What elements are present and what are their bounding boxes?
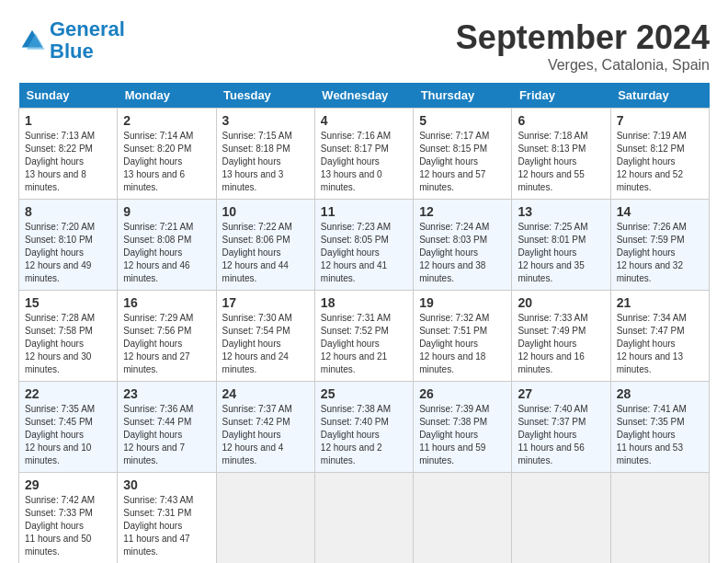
sunset-label: Sunset: 7:33 PM bbox=[25, 508, 93, 518]
sunrise-label: Sunrise: 7:38 AM bbox=[321, 404, 391, 414]
daylight-value: 12 hours and 44 minutes. bbox=[222, 260, 289, 283]
day-number: 4 bbox=[321, 113, 407, 128]
daylight-label: Daylight hours bbox=[25, 247, 84, 258]
calendar-cell: 23 Sunrise: 7:36 AM Sunset: 7:44 PM Dayl… bbox=[118, 382, 216, 473]
sunset-label: Sunset: 8:13 PM bbox=[518, 144, 586, 154]
sunrise-label: Sunrise: 7:21 AM bbox=[123, 222, 193, 232]
logo-icon bbox=[18, 27, 46, 54]
calendar-cell: 12 Sunrise: 7:24 AM Sunset: 8:03 PM Dayl… bbox=[414, 200, 512, 291]
daylight-label: Daylight hours bbox=[518, 247, 576, 258]
calendar-cell: 6 Sunrise: 7:18 AM Sunset: 8:13 PM Dayli… bbox=[512, 109, 610, 200]
day-info: Sunrise: 7:18 AM Sunset: 8:13 PM Dayligh… bbox=[518, 130, 604, 194]
day-info: Sunrise: 7:43 AM Sunset: 7:31 PM Dayligh… bbox=[123, 494, 210, 558]
calendar-cell bbox=[610, 473, 709, 564]
calendar-cell: 13 Sunrise: 7:25 AM Sunset: 8:01 PM Dayl… bbox=[512, 200, 610, 291]
sunset-label: Sunset: 7:59 PM bbox=[617, 235, 685, 245]
calendar-cell: 10 Sunrise: 7:22 AM Sunset: 8:06 PM Dayl… bbox=[216, 200, 314, 291]
day-info: Sunrise: 7:24 AM Sunset: 8:03 PM Dayligh… bbox=[419, 221, 506, 285]
calendar-cell: 25 Sunrise: 7:38 AM Sunset: 7:40 PM Dayl… bbox=[314, 382, 413, 473]
sunrise-label: Sunrise: 7:36 AM bbox=[123, 404, 193, 414]
day-number: 9 bbox=[123, 204, 210, 219]
daylight-label: Daylight hours bbox=[123, 430, 182, 440]
day-number: 24 bbox=[222, 386, 309, 401]
day-number: 30 bbox=[123, 477, 210, 492]
daylight-value: 12 hours and 49 minutes. bbox=[25, 260, 91, 283]
day-number: 16 bbox=[123, 295, 210, 310]
daylight-value: 12 hours and 24 minutes. bbox=[222, 351, 289, 374]
daylight-value: 12 hours and 7 minutes. bbox=[123, 442, 185, 465]
sunset-label: Sunset: 8:08 PM bbox=[123, 235, 191, 245]
calendar-cell: 2 Sunrise: 7:14 AM Sunset: 8:20 PM Dayli… bbox=[118, 109, 216, 200]
day-info: Sunrise: 7:30 AM Sunset: 7:54 PM Dayligh… bbox=[222, 312, 309, 376]
month-title: September 2024 bbox=[456, 18, 710, 57]
sunrise-label: Sunrise: 7:43 AM bbox=[123, 495, 193, 505]
day-number: 26 bbox=[419, 386, 506, 401]
sunset-label: Sunset: 8:22 PM bbox=[25, 144, 93, 154]
sunrise-label: Sunrise: 7:14 AM bbox=[123, 131, 193, 141]
day-info: Sunrise: 7:15 AM Sunset: 8:18 PM Dayligh… bbox=[222, 130, 309, 194]
calendar-cell: 21 Sunrise: 7:34 AM Sunset: 7:47 PM Dayl… bbox=[610, 291, 709, 382]
daylight-value: 12 hours and 46 minutes. bbox=[123, 260, 189, 283]
calendar-cell: 19 Sunrise: 7:32 AM Sunset: 7:51 PM Dayl… bbox=[414, 291, 512, 382]
sunrise-label: Sunrise: 7:32 AM bbox=[419, 313, 489, 323]
sunrise-label: Sunrise: 7:26 AM bbox=[617, 222, 687, 232]
sunset-label: Sunset: 7:44 PM bbox=[123, 417, 191, 427]
daylight-label: Daylight hours bbox=[222, 156, 281, 167]
sunset-label: Sunset: 8:05 PM bbox=[321, 235, 389, 245]
header-tuesday: Tuesday bbox=[216, 83, 314, 109]
day-info: Sunrise: 7:39 AM Sunset: 7:38 PM Dayligh… bbox=[419, 403, 506, 467]
daylight-label: Daylight hours bbox=[321, 247, 380, 258]
sunrise-label: Sunrise: 7:23 AM bbox=[321, 222, 391, 232]
sunset-label: Sunset: 8:18 PM bbox=[222, 144, 290, 154]
header-friday: Friday bbox=[512, 83, 610, 109]
calendar-cell bbox=[414, 473, 512, 564]
daylight-label: Daylight hours bbox=[25, 430, 84, 440]
calendar-header-row: SundayMondayTuesdayWednesdayThursdayFrid… bbox=[19, 83, 710, 109]
sunrise-label: Sunrise: 7:34 AM bbox=[617, 313, 687, 323]
sunset-label: Sunset: 7:40 PM bbox=[321, 417, 389, 427]
daylight-label: Daylight hours bbox=[419, 156, 478, 167]
day-number: 3 bbox=[222, 113, 309, 128]
day-info: Sunrise: 7:21 AM Sunset: 8:08 PM Dayligh… bbox=[123, 221, 210, 285]
day-info: Sunrise: 7:38 AM Sunset: 7:40 PM Dayligh… bbox=[321, 403, 407, 467]
header-monday: Monday bbox=[118, 83, 216, 109]
day-number: 5 bbox=[419, 113, 506, 128]
daylight-value: 11 hours and 56 minutes. bbox=[518, 442, 584, 465]
calendar-cell: 30 Sunrise: 7:43 AM Sunset: 7:31 PM Dayl… bbox=[118, 473, 216, 564]
logo-text: General Blue bbox=[50, 18, 125, 63]
day-info: Sunrise: 7:23 AM Sunset: 8:05 PM Dayligh… bbox=[321, 221, 407, 285]
daylight-value: 12 hours and 4 minutes. bbox=[222, 442, 284, 465]
day-info: Sunrise: 7:19 AM Sunset: 8:12 PM Dayligh… bbox=[617, 130, 703, 194]
daylight-label: Daylight hours bbox=[123, 521, 182, 531]
calendar-cell: 18 Sunrise: 7:31 AM Sunset: 7:52 PM Dayl… bbox=[314, 291, 413, 382]
day-number: 25 bbox=[321, 386, 407, 401]
sunset-label: Sunset: 7:37 PM bbox=[518, 417, 586, 427]
calendar-cell: 28 Sunrise: 7:41 AM Sunset: 7:35 PM Dayl… bbox=[610, 382, 709, 473]
day-number: 18 bbox=[321, 295, 407, 310]
sunset-label: Sunset: 7:35 PM bbox=[617, 417, 685, 427]
sunset-label: Sunset: 8:15 PM bbox=[419, 144, 487, 154]
day-info: Sunrise: 7:17 AM Sunset: 8:15 PM Dayligh… bbox=[419, 130, 506, 194]
daylight-value: 13 hours and 6 minutes. bbox=[123, 169, 185, 192]
daylight-value: 12 hours and 16 minutes. bbox=[518, 351, 584, 374]
daylight-label: Daylight hours bbox=[321, 339, 380, 349]
day-number: 1 bbox=[25, 113, 111, 128]
daylight-value: 11 hours and 59 minutes. bbox=[419, 442, 485, 465]
daylight-label: Daylight hours bbox=[419, 430, 478, 440]
daylight-label: Daylight hours bbox=[419, 339, 478, 349]
calendar-cell: 27 Sunrise: 7:40 AM Sunset: 7:37 PM Dayl… bbox=[512, 382, 610, 473]
daylight-label: Daylight hours bbox=[25, 521, 84, 531]
calendar-cell: 7 Sunrise: 7:19 AM Sunset: 8:12 PM Dayli… bbox=[610, 109, 709, 200]
calendar-cell: 3 Sunrise: 7:15 AM Sunset: 8:18 PM Dayli… bbox=[216, 109, 314, 200]
day-info: Sunrise: 7:32 AM Sunset: 7:51 PM Dayligh… bbox=[419, 312, 506, 376]
day-info: Sunrise: 7:29 AM Sunset: 7:56 PM Dayligh… bbox=[123, 312, 210, 376]
daylight-label: Daylight hours bbox=[25, 156, 84, 167]
daylight-value: 12 hours and 13 minutes. bbox=[617, 351, 683, 374]
calendar-cell bbox=[216, 473, 314, 564]
sunset-label: Sunset: 8:03 PM bbox=[419, 235, 487, 245]
day-number: 27 bbox=[518, 386, 604, 401]
day-info: Sunrise: 7:16 AM Sunset: 8:17 PM Dayligh… bbox=[321, 130, 407, 194]
sunrise-label: Sunrise: 7:18 AM bbox=[518, 131, 587, 141]
header-thursday: Thursday bbox=[414, 83, 512, 109]
sunrise-label: Sunrise: 7:22 AM bbox=[222, 222, 292, 232]
